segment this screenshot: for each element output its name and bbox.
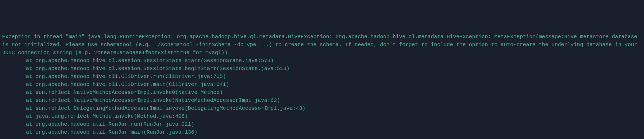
terminal-output: Exception in thread "main" java.lang.Run… — [2, 33, 642, 136]
stack-frame: at sun.reflect.NativeMethodAccessorImpl.… — [2, 97, 642, 105]
stack-frame: at org.apache.hadoop.util.RunJar.run(Run… — [2, 120, 642, 128]
stack-frame: at org.apache.hadoop.hive.ql.session.Ses… — [2, 57, 642, 65]
stack-frame: at org.apache.hadoop.hive.cli.CliDriver.… — [2, 81, 642, 89]
stack-frame: at org.apache.hadoop.hive.cli.CliDriver.… — [2, 73, 642, 81]
stack-frame: at sun.reflect.NativeMethodAccessorImpl.… — [2, 89, 642, 97]
stack-frame: at sun.reflect.DelegatingMethodAccessorI… — [2, 105, 642, 112]
exception-message: Exception in thread "main" java.lang.Run… — [2, 33, 642, 57]
stack-frame: at org.apache.hadoop.hive.ql.session.Ses… — [2, 65, 642, 73]
stack-frame: at java.lang.reflect.Method.invoke(Metho… — [2, 112, 642, 120]
stack-frame: at org.apache.hadoop.util.RunJar.main(Ru… — [2, 128, 642, 136]
